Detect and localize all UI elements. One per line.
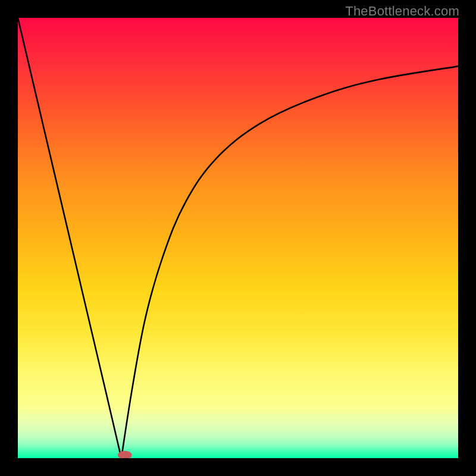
attribution-text: TheBottleneck.com [345, 4, 459, 19]
chart-frame: TheBottleneck.com [0, 0, 476, 476]
plot-area [18, 18, 458, 458]
curve-right-branch [121, 66, 458, 458]
curve-left-branch [18, 18, 121, 458]
curve-layer [18, 18, 458, 458]
